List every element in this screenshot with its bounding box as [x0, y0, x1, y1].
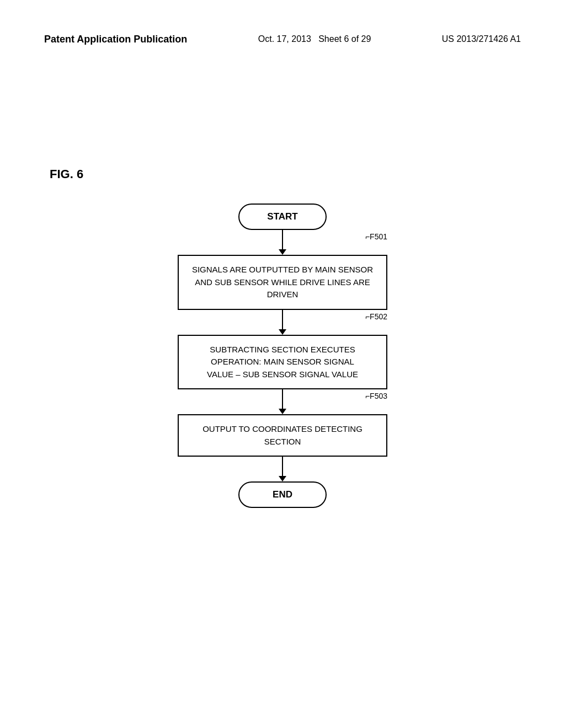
step-label-f502: ⌐F502: [365, 312, 387, 321]
header: Patent Application Publication Oct. 17, …: [44, 33, 521, 46]
publication-title: Patent Application Publication: [44, 33, 187, 46]
step-label-f501: ⌐F501: [365, 232, 387, 241]
connector-f501-f502: ⌐F502: [150, 310, 415, 335]
arrow-4: [279, 476, 286, 481]
line-4: [282, 457, 283, 476]
connector-f503-end: [150, 457, 415, 481]
flowchart-step-f503: OUTPUT TO COORDINATES DETECTING SECTION: [178, 414, 387, 457]
line-1: [282, 230, 283, 249]
publication-date: Oct. 17, 2013 Sheet 6 of 29: [258, 33, 371, 44]
connector-start-f501: ⌐F501: [150, 230, 415, 255]
page: Patent Application Publication Oct. 17, …: [0, 0, 565, 728]
flowchart-step-f502: SUBTRACTING SECTION EXECUTES OPERATION: …: [178, 335, 387, 390]
patent-number: US 2013/271426 A1: [442, 33, 521, 44]
figure-label: FIG. 6: [50, 167, 521, 181]
connector-f502-f503: ⌐F503: [150, 389, 415, 414]
arrow-3: [279, 409, 286, 414]
arrow-2: [279, 329, 286, 335]
flowchart: START ⌐F501 SIGNALS ARE OUTPUTTED BY MAI…: [44, 204, 521, 508]
flowchart-end: END: [238, 481, 327, 508]
arrow-1: [279, 249, 286, 255]
flowchart-start: START: [238, 204, 327, 230]
flowchart-step-f501: SIGNALS ARE OUTPUTTED BY MAIN SENSOR AND…: [178, 255, 387, 310]
line-2: [282, 310, 283, 329]
step-label-f503: ⌐F503: [365, 392, 387, 400]
line-3: [282, 389, 283, 409]
